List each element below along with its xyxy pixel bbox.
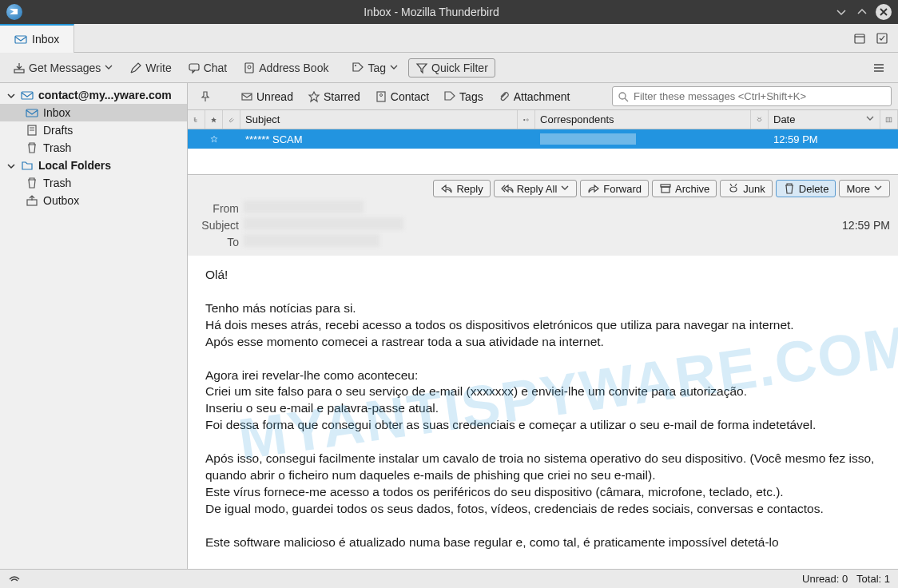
- local-trash[interactable]: Trash: [0, 174, 187, 192]
- to-label: To: [196, 236, 244, 248]
- tag-button[interactable]: Tag: [345, 58, 405, 77]
- archive-button[interactable]: Archive: [652, 180, 717, 197]
- svg-rect-18: [242, 93, 252, 100]
- svg-rect-4: [14, 70, 24, 73]
- svg-point-20: [379, 93, 382, 96]
- address-book-button[interactable]: Address Book: [236, 58, 335, 77]
- col-read[interactable]: [518, 110, 535, 129]
- maximize-button[interactable]: [855, 5, 869, 19]
- app-menu-button[interactable]: [866, 58, 892, 77]
- filter-attachment[interactable]: Attachment: [493, 89, 575, 105]
- main-toolbar: Get Messages Write Chat Address Book Tag…: [0, 53, 898, 83]
- chat-icon: [188, 62, 201, 74]
- svg-rect-13: [26, 109, 38, 117]
- minimize-button[interactable]: [834, 5, 848, 19]
- svg-rect-1: [855, 34, 864, 43]
- filter-tags[interactable]: Tags: [439, 89, 488, 105]
- get-messages-button[interactable]: Get Messages: [6, 58, 120, 77]
- svg-rect-6: [245, 63, 253, 73]
- junk-button[interactable]: Junk: [720, 180, 772, 197]
- quick-filter-button[interactable]: Quick Filter: [408, 58, 495, 77]
- svg-rect-5: [189, 64, 199, 70]
- chevron-down-icon: [6, 161, 16, 170]
- account-item[interactable]: contact@my...yware.com: [0, 86, 187, 104]
- address-book-icon: [243, 62, 256, 74]
- svg-line-22: [625, 98, 628, 101]
- chevron-down-icon: [104, 62, 113, 74]
- pin-filter-button[interactable]: [194, 89, 217, 105]
- download-icon: [13, 62, 26, 74]
- window-title: Inbox - Mozilla Thunderbird: [29, 6, 834, 18]
- total-count: 1: [884, 573, 890, 585]
- svg-point-21: [619, 93, 626, 99]
- col-attachment[interactable]: [223, 110, 240, 129]
- filter-contact[interactable]: Contact: [370, 89, 434, 105]
- col-subject[interactable]: Subject: [240, 110, 518, 129]
- local-folders-item[interactable]: Local Folders: [0, 157, 187, 174]
- col-correspondents[interactable]: Correspondents: [535, 110, 751, 129]
- col-picker[interactable]: [880, 110, 898, 129]
- col-junk[interactable]: [751, 110, 769, 129]
- col-date[interactable]: Date: [769, 110, 880, 129]
- filter-search-input[interactable]: [612, 86, 892, 106]
- forward-button[interactable]: Forward: [580, 180, 649, 197]
- message-list: ****** SCAM 12:59 PM: [188, 129, 898, 174]
- outbox-icon: [26, 194, 38, 207]
- message-time: 12:59 PM: [810, 219, 890, 232]
- subject-label: Subject: [196, 219, 244, 232]
- col-star[interactable]: [205, 110, 223, 129]
- window-titlebar: Inbox - Mozilla Thunderbird: [0, 0, 898, 24]
- svg-rect-0: [15, 36, 26, 43]
- row-date: 12:59 PM: [769, 129, 880, 149]
- message-row[interactable]: ****** SCAM 12:59 PM: [188, 129, 898, 149]
- mail-icon: [21, 89, 34, 101]
- total-label: Total:: [856, 573, 881, 585]
- quick-filter-bar: Unread Starred Contact Tags Attachment: [188, 83, 898, 110]
- hamburger-icon: [872, 62, 885, 74]
- row-subject: ****** SCAM: [240, 129, 518, 149]
- filter-unread[interactable]: Unread: [236, 89, 298, 105]
- subject-value: [244, 217, 810, 232]
- message-header: Reply Reply All Forward Archive Junk Del…: [188, 174, 898, 256]
- svg-rect-17: [27, 200, 37, 205]
- svg-rect-25: [886, 117, 892, 122]
- svg-point-23: [523, 118, 525, 120]
- tab-inbox[interactable]: Inbox: [0, 24, 74, 53]
- write-button[interactable]: Write: [123, 58, 177, 77]
- account-label: contact@my...yware.com: [38, 89, 172, 101]
- local-outbox[interactable]: Outbox: [0, 192, 187, 209]
- tab-label: Inbox: [32, 33, 59, 46]
- chat-button[interactable]: Chat: [181, 58, 234, 77]
- folder-trash[interactable]: Trash: [0, 139, 187, 157]
- tasks-icon[interactable]: [876, 32, 888, 45]
- pencil-icon: [129, 62, 142, 74]
- chevron-down-icon: [389, 62, 399, 74]
- message-body-container[interactable]: MYANTISPYWARE.COM Olá! Tenho más notícia…: [188, 256, 898, 569]
- to-value: [244, 234, 810, 249]
- calendar-icon[interactable]: [853, 32, 866, 45]
- reply-button[interactable]: Reply: [433, 180, 490, 197]
- filter-starred[interactable]: Starred: [303, 89, 365, 105]
- unread-count: 0: [842, 573, 848, 585]
- online-icon[interactable]: [8, 573, 21, 586]
- inbox-icon: [14, 33, 27, 46]
- svg-rect-29: [662, 187, 670, 193]
- delete-button[interactable]: Delete: [776, 180, 836, 197]
- trash-icon: [26, 141, 38, 154]
- svg-point-8: [355, 65, 356, 66]
- svg-point-24: [526, 118, 528, 120]
- svg-rect-12: [22, 92, 33, 99]
- svg-point-7: [248, 66, 251, 69]
- inbox-icon: [26, 106, 38, 119]
- row-correspondent: [535, 129, 751, 149]
- tag-icon: [352, 62, 364, 74]
- reply-all-button[interactable]: Reply All: [494, 180, 578, 197]
- close-button[interactable]: [876, 4, 892, 20]
- folder-drafts[interactable]: Drafts: [0, 121, 187, 139]
- more-button[interactable]: More: [839, 180, 890, 197]
- drafts-icon: [26, 124, 38, 137]
- message-pane: Unread Starred Contact Tags Attachment S…: [188, 83, 898, 569]
- from-label: From: [196, 202, 244, 215]
- folder-inbox[interactable]: Inbox: [0, 104, 187, 121]
- col-thread[interactable]: [188, 110, 205, 129]
